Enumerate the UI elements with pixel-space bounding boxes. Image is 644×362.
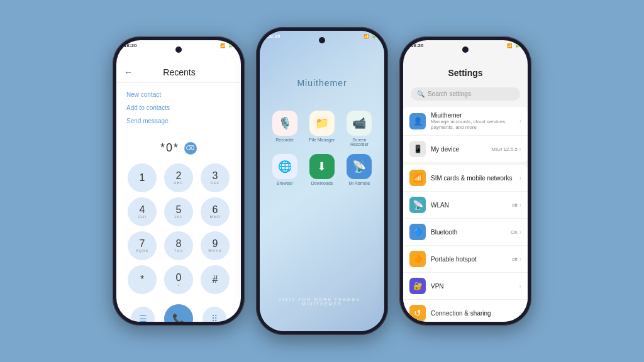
sim-content: SIM cards & mobile networks <box>431 175 514 182</box>
chevron-icon: › <box>519 229 521 236</box>
dial-btn-star[interactable]: * <box>128 265 157 294</box>
settings-section-account: 👤 Miuithemer Manage accounts, cloud serv… <box>403 107 528 162</box>
mydevice-content: My device <box>431 146 486 153</box>
miuithemer-right: › <box>519 118 521 124</box>
sim-right: › <box>519 175 521 182</box>
dial-btn-6[interactable]: 6MNO <box>201 197 230 226</box>
mydevice-right: MIUI 12.5.5 › <box>491 146 521 153</box>
dial-number: *0* <box>160 141 179 155</box>
settings-item-vpn[interactable]: 🔐 VPN › <box>403 273 528 300</box>
search-bar[interactable]: 🔍 Search settings <box>411 87 520 101</box>
new-contact-link[interactable]: New contact <box>126 88 231 101</box>
dial-btn-1[interactable]: 1 <box>128 163 157 192</box>
app-filemanager[interactable]: 📁 File Manager <box>307 111 336 146</box>
app-browser[interactable]: 🌐 Browser <box>270 154 299 185</box>
settings-screen: 16:20 📶 🔋 Settings 🔍 Search settings <box>403 40 528 322</box>
connection-content: Connection & sharing <box>431 310 514 317</box>
dial-btn-5[interactable]: 5JKL <box>164 197 193 226</box>
hotspot-icon: 🔶 <box>409 251 426 267</box>
settings-item-bluetooth[interactable]: 🔷 Bluetooth On › <box>403 219 528 246</box>
contacts-button[interactable]: ⠿ <box>203 307 226 322</box>
search-placeholder: Search settings <box>428 90 471 97</box>
recorder-label: Recorder <box>275 138 294 142</box>
dial-btn-8[interactable]: 8TUV <box>164 231 193 260</box>
app-recorder[interactable]: 🎙️ Recorder <box>270 111 299 146</box>
recents-screen: 16:20 📶 🔋 ← Recents New contact Add to c… <box>116 40 241 322</box>
settings-item-sim[interactable]: 📶 SIM cards & mobile networks › <box>403 165 528 192</box>
settings-item-connection[interactable]: ↺ Connection & sharing › <box>403 300 528 322</box>
app-grid: 🎙️ Recorder 📁 File Manager 📹 Screen Reco… <box>260 101 384 195</box>
send-message-link[interactable]: Send message <box>126 114 231 128</box>
vpn-right: › <box>519 283 521 290</box>
chevron-icon: › <box>519 283 521 290</box>
home-screen: 16:20 📶 🔋 Miuithemer 🎙️ Recorder <box>260 31 384 331</box>
settings-item-mydevice[interactable]: 📱 My device MIUI 12.5.5 › <box>403 136 528 162</box>
dial-btn-4[interactable]: 4GHI <box>128 197 157 226</box>
chevron-icon: › <box>519 256 521 263</box>
mydevice-title: My device <box>431 146 486 153</box>
downloads-icon: ⬇ <box>309 154 335 179</box>
home-username: Miuithemer <box>260 78 384 88</box>
chevron-icon: › <box>519 202 521 209</box>
settings-header: Settings <box>403 50 528 84</box>
filemanager-icon: 📁 <box>309 111 335 136</box>
add-to-contacts-link[interactable]: Add to contacts <box>126 101 231 114</box>
mydevice-icon: 📱 <box>409 141 426 157</box>
voicemail-button[interactable]: ☰ <box>131 307 155 322</box>
settings-item-wlan[interactable]: 📡 WLAN off › <box>403 192 528 219</box>
chevron-icon: › <box>519 118 521 124</box>
app-miremote[interactable]: 📡 Mi Remote <box>345 154 374 185</box>
watermark: VISIT FOR MORE THEMES - MIUITHEMER <box>260 297 384 306</box>
browser-label: Browser <box>277 181 293 185</box>
chevron-icon: › <box>519 146 521 153</box>
call-button[interactable]: 📞 <box>164 304 193 322</box>
miuithemer-subtitle: Manage accounts, cloud services, payment… <box>431 119 514 130</box>
dial-btn-0[interactable]: 0+ <box>164 265 193 294</box>
recents-title: Recents <box>138 67 221 77</box>
filemanager-label: File Manager <box>309 138 335 142</box>
miuithemer-icon: 👤 <box>409 113 426 129</box>
backspace-button[interactable]: ⌫ <box>184 142 197 155</box>
bluetooth-badge: On <box>511 229 518 235</box>
miremote-icon: 📡 <box>347 154 372 179</box>
dial-display: *0* ⌫ <box>150 138 207 158</box>
wlan-content: WLAN <box>431 202 507 209</box>
settings-title: Settings <box>448 68 482 78</box>
miremote-label: Mi Remote <box>348 181 370 185</box>
dial-btn-2[interactable]: 2ABC <box>164 163 193 192</box>
phone-center: 16:20 📶 🔋 Miuithemer 🎙️ Recorder <box>256 27 388 335</box>
connection-icon: ↺ <box>409 305 426 321</box>
vpn-title: VPN <box>431 283 514 290</box>
screenrecorder-label: Screen Recorder <box>345 138 374 146</box>
search-icon: 🔍 <box>417 90 425 97</box>
settings-item-miuithemer[interactable]: 👤 Miuithemer Manage accounts, cloud serv… <box>403 107 528 136</box>
sim-icon: 📶 <box>409 170 426 186</box>
wlan-icon: 📡 <box>409 197 426 213</box>
connection-right: › <box>519 310 521 317</box>
wlan-title: WLAN <box>431 202 507 209</box>
status-icons-left: 📶 🔋 <box>220 43 233 48</box>
bluetooth-icon: 🔷 <box>409 224 426 240</box>
dial-btn-9[interactable]: 9WXYZ <box>201 231 230 260</box>
connection-title: Connection & sharing <box>431 310 514 317</box>
sim-title: SIM cards & mobile networks <box>431 175 514 182</box>
phone-left: 16:20 📶 🔋 ← Recents New contact Add to c… <box>113 36 245 326</box>
time-center: 16:20 <box>267 33 280 39</box>
vpn-content: VPN <box>431 283 514 290</box>
back-button[interactable]: ← <box>124 67 133 77</box>
time-right: 16:20 <box>411 43 423 48</box>
dial-btn-3[interactable]: 3DEF <box>201 163 230 192</box>
settings-item-hotspot[interactable]: 🔶 Portable hotspot off › <box>403 246 528 273</box>
bluetooth-content: Bluetooth <box>431 229 506 236</box>
settings-list: 👤 Miuithemer Manage accounts, cloud serv… <box>403 104 528 322</box>
app-screenrecorder[interactable]: 📹 Screen Recorder <box>345 111 374 146</box>
bluetooth-title: Bluetooth <box>431 229 506 236</box>
app-downloads[interactable]: ⬇ Downloads <box>307 154 336 185</box>
hotspot-title: Portable hotspot <box>431 256 507 263</box>
dial-btn-hash[interactable]: # <box>201 265 230 294</box>
punch-hole-center <box>319 37 325 43</box>
dial-btn-7[interactable]: 7PQRS <box>128 231 157 260</box>
chevron-icon: › <box>519 175 521 182</box>
downloads-label: Downloads <box>311 181 333 185</box>
recents-links: New contact Add to contacts Send message <box>116 83 241 133</box>
